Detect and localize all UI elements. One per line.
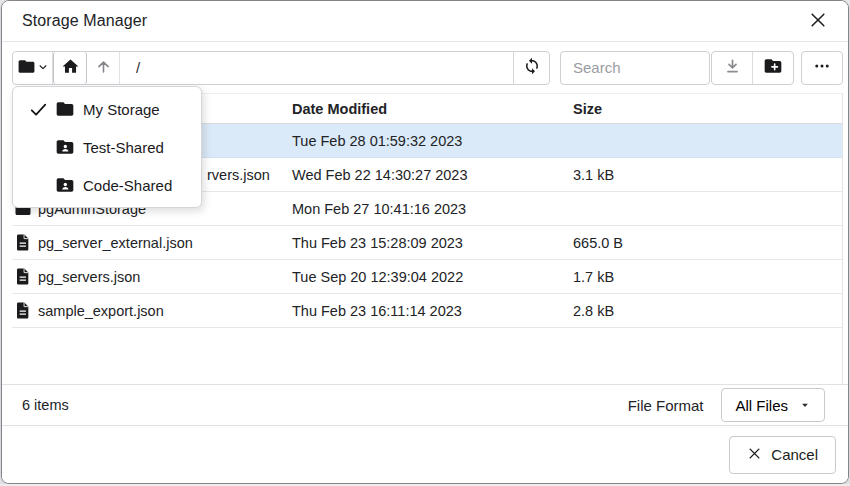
menu-item-label: Code-Shared bbox=[83, 177, 172, 194]
items-count: 6 items bbox=[22, 397, 69, 413]
menu-item-label: My Storage bbox=[83, 101, 160, 118]
file-name: sample_export.json bbox=[38, 303, 164, 319]
file-date: Thu Feb 23 16:11:14 2023 bbox=[284, 294, 566, 327]
file-date: Tue Feb 28 01:59:32 2023 bbox=[284, 124, 566, 157]
refresh-icon bbox=[523, 57, 541, 78]
file-size: 2.8 kB bbox=[566, 294, 842, 327]
chevron-down-icon bbox=[38, 60, 48, 75]
file-date: Tue Sep 20 12:39:04 2022 bbox=[284, 260, 566, 293]
table-row[interactable]: pg_servers.json Tue Sep 20 12:39:04 2022… bbox=[12, 260, 842, 294]
close-button[interactable] bbox=[806, 9, 830, 33]
status-bar: 6 items File Format All Files bbox=[2, 384, 848, 426]
path-bar: / bbox=[12, 51, 550, 85]
file-size bbox=[566, 192, 842, 225]
download-icon bbox=[723, 57, 742, 79]
file-date: Mon Feb 27 10:41:16 2023 bbox=[284, 192, 566, 225]
download-button[interactable] bbox=[712, 52, 753, 84]
more-options-icon bbox=[813, 57, 831, 78]
shared-folder-icon bbox=[55, 137, 75, 157]
menu-item-test-shared[interactable]: Test-Shared bbox=[13, 128, 201, 166]
search-input[interactable] bbox=[560, 51, 710, 85]
new-folder-icon bbox=[763, 56, 783, 79]
menu-item-my-storage[interactable]: My Storage bbox=[13, 90, 201, 128]
file-format-select[interactable]: All Files bbox=[721, 388, 825, 422]
file-name: pg_server_external.json bbox=[38, 235, 193, 251]
storage-select-button[interactable] bbox=[13, 52, 53, 84]
refresh-button[interactable] bbox=[513, 52, 549, 84]
storage-manager-dialog: Storage Manager bbox=[1, 0, 849, 484]
up-arrow-icon bbox=[94, 57, 113, 79]
storage-folder-icon bbox=[17, 57, 36, 79]
home-button[interactable] bbox=[53, 52, 87, 84]
check-icon bbox=[29, 100, 55, 119]
file-date: Wed Feb 22 14:30:27 2023 bbox=[284, 158, 566, 191]
current-path: / bbox=[120, 52, 513, 84]
menu-item-code-shared[interactable]: Code-Shared bbox=[13, 166, 201, 204]
file-icon bbox=[14, 233, 32, 252]
file-icon bbox=[14, 267, 32, 286]
cancel-label: Cancel bbox=[771, 446, 818, 463]
shared-folder-icon bbox=[55, 175, 75, 195]
menu-item-label: Test-Shared bbox=[83, 139, 164, 156]
folder-icon bbox=[55, 99, 75, 119]
dialog-footer: Cancel bbox=[2, 426, 848, 483]
up-directory-button[interactable] bbox=[87, 52, 120, 84]
close-icon bbox=[808, 10, 828, 33]
file-name: pg_servers.json bbox=[38, 269, 140, 285]
file-size: 1.7 kB bbox=[566, 260, 842, 293]
table-row[interactable]: sample_export.json Thu Feb 23 16:11:14 2… bbox=[12, 294, 842, 328]
cancel-x-icon bbox=[747, 446, 762, 464]
dialog-title: Storage Manager bbox=[22, 12, 147, 30]
title-bar: Storage Manager bbox=[2, 1, 848, 42]
new-folder-button[interactable] bbox=[753, 52, 793, 84]
file-size: 665.0 B bbox=[566, 226, 842, 259]
file-date: Thu Feb 23 15:28:09 2023 bbox=[284, 226, 566, 259]
toolbar-right-tools bbox=[711, 51, 843, 85]
file-actions-group bbox=[711, 51, 794, 85]
caret-down-icon bbox=[799, 397, 811, 414]
file-format-label: File Format bbox=[628, 397, 704, 414]
table-row[interactable]: pg_server_external.json Thu Feb 23 15:28… bbox=[12, 226, 842, 260]
more-options-button[interactable] bbox=[801, 51, 843, 85]
column-header-date-modified[interactable]: Date Modified bbox=[284, 94, 566, 123]
file-format-value: All Files bbox=[735, 397, 788, 414]
file-name: rvers.json bbox=[207, 167, 270, 183]
home-icon bbox=[61, 57, 80, 79]
column-header-size[interactable]: Size bbox=[566, 94, 842, 123]
file-size: 3.1 kB bbox=[566, 158, 842, 191]
file-size bbox=[566, 124, 842, 157]
file-icon bbox=[14, 301, 32, 320]
cancel-button[interactable]: Cancel bbox=[729, 436, 836, 474]
storage-select-menu: My Storage Test-Shared Code-Shared bbox=[12, 86, 202, 208]
